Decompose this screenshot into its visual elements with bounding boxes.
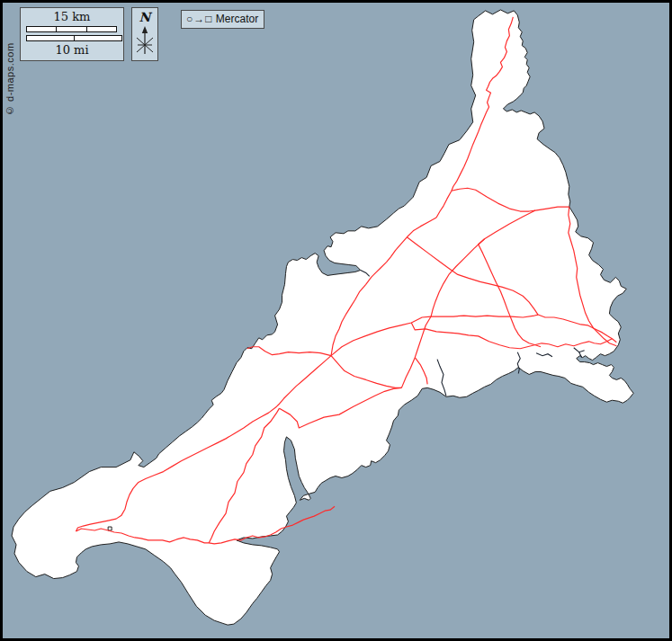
- projection-transform-icon: ○→□: [186, 13, 213, 25]
- scale-km-label: 15 km: [21, 11, 123, 23]
- projection-panel: ○→□ Mercator: [181, 10, 264, 29]
- county-landmass-outline: [12, 10, 633, 625]
- scale-mi-label: 10 mi: [21, 44, 123, 57]
- scale-km-bar: [26, 26, 117, 32]
- projection-label: Mercator: [216, 13, 258, 25]
- scale-mi-bar: [26, 35, 122, 41]
- islet: [108, 527, 112, 530]
- compass-rose-icon: [132, 24, 157, 58]
- north-label: N: [132, 10, 157, 24]
- map-canvas: © d-maps.com 15 km 10 mi N ○→□ Mercator: [0, 0, 672, 641]
- north-indicator-panel: N: [131, 7, 158, 61]
- cornwall-map-svg: [3, 3, 669, 638]
- scale-bar-panel: 15 km 10 mi: [20, 7, 124, 61]
- attribution-text: © d-maps.com: [4, 8, 15, 116]
